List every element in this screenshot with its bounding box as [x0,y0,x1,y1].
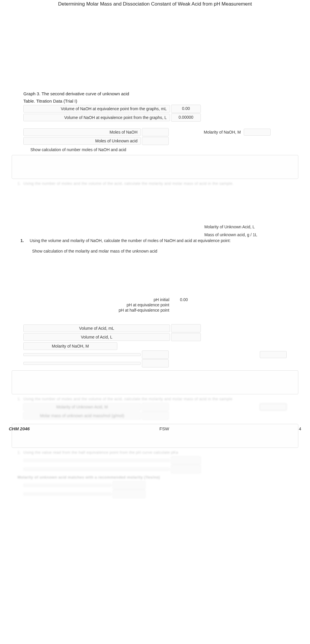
row-vol-acid-ml: Volume of Acid, mL [23,324,287,332]
ph-equiv-value [169,303,198,307]
blank-label-2 [23,362,141,365]
row-vol-naoh-ml: Volume of NaOH at equivalence point from… [23,105,287,113]
question-1: 1. Using the volume and molarity of NaOH… [23,238,287,243]
blurred-table-1: Molarity of Unknown Acid, M Molar mass o… [23,403,287,420]
blurred-instruction-2: 1.Using the number of moles and the volu… [18,397,292,401]
blur-molarity-value [142,403,169,411]
footer-course: CHM 2046 [9,426,30,431]
ph-equiv-label: pH at equivalence point [76,303,169,307]
blurred-table-2 [23,456,287,473]
molarity-naoh-value [244,129,271,136]
blur-molarmass-label: Molar mass of unknown acid mass/mol (g/m… [23,412,141,419]
blur-t3-label1 [23,484,112,487]
blur-right-value [260,403,287,410]
blur-t3-label2 [23,493,112,495]
page-title: Determining Molar Mass and Dissociation … [0,0,310,7]
ph-section: pH initial 0.00 pH at equivalence point … [76,297,287,312]
vol-acid-l-value [171,333,201,341]
ph-half-equiv-row: pH at half-equivalence point [76,308,287,312]
blur-t2-label1 [23,459,170,462]
blank-value-2 [142,359,169,367]
blurred-instruction-3: 1.Using the value read from the half equ… [18,450,292,455]
q1-overlap-label: Molarity of Unknown Acid, L [204,225,255,229]
moles-naoh-label: Moles of NaOH [23,128,141,136]
ph-initial-value: 0.00 [169,297,198,302]
ph-initial-row: pH initial 0.00 [76,297,287,302]
blank-value-1 [142,351,169,359]
blur-t3-value2 [113,490,145,498]
work-area-2 [12,370,298,394]
blur-t2-label2 [23,468,170,471]
vol-acid-ml-value [171,324,201,332]
table-title: Table. Titration Data (Trial I) [23,99,287,103]
q1-text: Using the volume and molarity of NaOH, c… [30,238,287,243]
row-molarity-naoh-2: Molarity of NaOH, M [23,342,287,350]
blur-molarmass-value [142,412,169,420]
vol-naoh-l-value: 0.00000 [171,113,201,122]
row-blank-2 [23,359,287,367]
row-vol-naoh-l: Volume of NaOH at equivalence point from… [23,113,287,122]
work-area-1 [12,155,298,179]
molarity-naoh-label-2: Molarity of NaOH, M [23,342,117,350]
ph-half-equiv-value [169,308,198,312]
footer-page-number: 4 [299,426,301,431]
blur-t2-value2 [171,465,201,473]
blur-t3-value1 [113,481,145,489]
row-moles-naoh: Moles of NaOH Molarity of NaOH, M [23,128,287,136]
blur-molarity-label: Molarity of Unknown Acid, M [23,403,141,411]
row-vol-acid-l: Volume of Acid, L [23,333,287,341]
blank-label-1 [23,353,141,356]
blurred-instruction-4: Molarity of unknown acid matches with a … [18,475,292,479]
blurred-instruction-1: 1.Using the number of moles and the volu… [18,181,292,186]
graph3-placeholder [23,7,287,89]
blur-t2-value1 [171,456,201,465]
vol-naoh-l-label: Volume of NaOH at equivalence point from… [23,114,170,121]
vol-acid-ml-label: Volume of Acid, mL [23,324,170,332]
ph-equiv-row: pH at equivalence point [76,303,287,307]
row-blank-1 [23,351,287,359]
vol-acid-l-label: Volume of Acid, L [23,333,170,341]
page-footer: CHM 2046 FSW 4 [0,426,310,431]
vol-naoh-ml-value: 0.00 [171,105,201,113]
graph3-caption: Graph 3. The second derivative curve of … [23,91,287,96]
q1-mass-label: Mass of unknown acid, g / 1L [204,232,257,237]
blurred-table-3 [23,481,287,498]
vol-naoh-ml-label: Volume of NaOH at equivalence point from… [23,105,170,113]
row-moles-unknown: Moles of Unknown acid [23,137,287,145]
q1-number: 1. [20,238,24,243]
molarity-naoh-label: Molarity of NaOH, M [204,130,241,134]
moles-unknown-value [142,137,169,145]
moles-naoh-value [142,128,169,136]
ph-initial-label: pH initial [76,297,169,302]
instruction-calc-molarity: Show calculation of the molarity and mol… [32,249,287,253]
instruction-calc-moles: Show calculation of number moles of NaOH… [30,147,287,152]
blank-right-value-1 [260,351,287,358]
ph-half-equiv-label: pH at half-equivalence point [76,308,169,312]
moles-unknown-label: Moles of Unknown acid [23,137,141,145]
footer-institution: FSW [159,426,169,431]
